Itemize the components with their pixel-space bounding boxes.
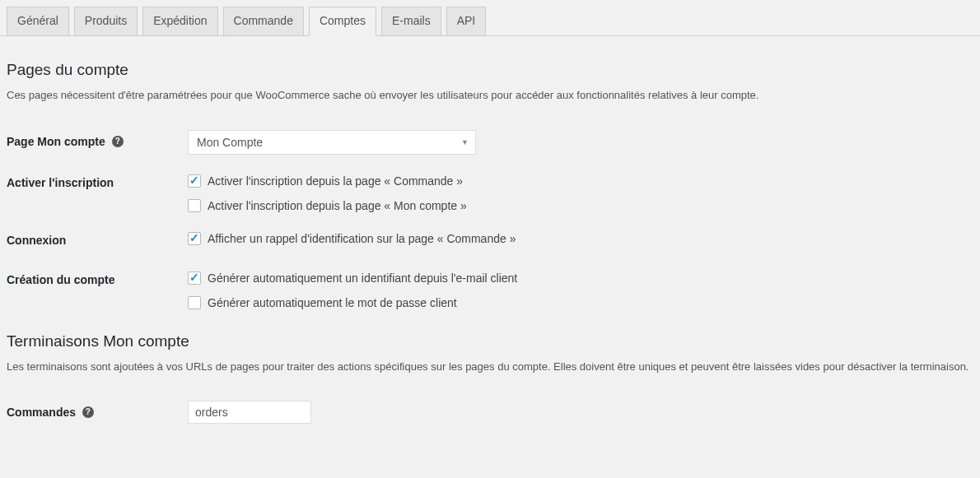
settings-content: Pages du compte Ces pages nécessitent d'… <box>0 36 980 448</box>
chevron-down-icon: ▼ <box>461 138 469 146</box>
checkbox-generate-username[interactable] <box>188 271 201 285</box>
tab-api[interactable]: API <box>446 7 487 36</box>
checkbox-label: Activer l'inscription depuis la page « M… <box>208 199 467 212</box>
label-orders: Commandes <box>7 406 76 419</box>
select-value: Mon Compte <box>197 136 263 149</box>
section-desc-endpoints: Les terminaisons sont ajoutées à vos URL… <box>7 359 973 375</box>
checkbox-label: Afficher un rappel d'identification sur … <box>208 232 516 245</box>
tab-general[interactable]: Général <box>7 7 69 36</box>
tabs-nav: Général Produits Expédition Commande Com… <box>0 0 980 36</box>
checkbox-label: Activer l'inscription depuis la page « C… <box>208 174 463 188</box>
tab-shipping[interactable]: Expédition <box>142 7 217 36</box>
section-title-pages: Pages du compte <box>7 61 973 79</box>
select-my-account-page[interactable]: Mon Compte ▼ <box>188 130 476 155</box>
tab-accounts[interactable]: Comptes <box>309 7 376 36</box>
label-registration: Activer l'inscription <box>7 176 114 189</box>
checkbox-label: Générer automatiquement un identifiant d… <box>208 271 517 285</box>
tab-products[interactable]: Produits <box>74 7 138 36</box>
help-icon[interactable]: ? <box>82 406 94 418</box>
label-account-creation: Création du compte <box>7 273 114 286</box>
checkbox-registration-checkout[interactable] <box>188 174 201 188</box>
section-title-endpoints: Terminaisons Mon compte <box>7 332 973 350</box>
input-orders-endpoint[interactable] <box>188 401 311 424</box>
label-login: Connexion <box>7 234 66 247</box>
section-desc-pages: Ces pages nécessitent d'être paramétrées… <box>7 87 973 104</box>
checkbox-login-reminder[interactable] <box>188 232 201 245</box>
form-table-pages: Page Mon compte ? Mon Compte ▼ Activer l… <box>7 122 973 318</box>
tab-checkout[interactable]: Commande <box>223 7 304 36</box>
checkbox-label: Générer automatiquement le mot de passe … <box>208 296 457 309</box>
checkbox-generate-password[interactable] <box>188 296 201 309</box>
label-my-account-page: Page Mon compte <box>7 135 105 148</box>
tab-emails[interactable]: E-mails <box>381 7 441 36</box>
help-icon[interactable]: ? <box>112 136 124 147</box>
checkbox-registration-myaccount[interactable] <box>188 199 201 212</box>
form-table-endpoints: Commandes ? <box>7 392 973 432</box>
